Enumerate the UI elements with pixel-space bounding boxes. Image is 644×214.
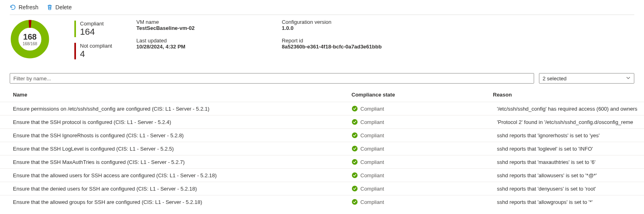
table-row[interactable]: Ensure that the SSH IgnoreRhosts is conf… bbox=[0, 129, 644, 142]
cell-state: Compliant bbox=[347, 115, 493, 129]
check-circle-icon bbox=[351, 172, 358, 178]
cell-name: Ensure that the denied users for SSH are… bbox=[0, 182, 347, 195]
table-row[interactable]: Ensure that the SSH MaxAuthTries is conf… bbox=[0, 155, 644, 169]
donut-total: 168 bbox=[23, 32, 37, 42]
cell-reason: sshd reports that 'ignorerhosts' is set … bbox=[493, 129, 644, 142]
col-header-state[interactable]: Compliance state bbox=[347, 88, 493, 102]
table-row[interactable]: Ensure that the denied users for SSH are… bbox=[0, 182, 644, 195]
chevron-down-icon bbox=[626, 76, 631, 82]
table-row[interactable]: Ensure that the allowed users for SSH ac… bbox=[0, 169, 644, 182]
cell-name: Ensure that the allowed groups for SSH a… bbox=[0, 195, 347, 209]
stat-compliant: Compliant 164 bbox=[74, 21, 112, 37]
vm-name-value: TestSecBaseline-vm-02 bbox=[136, 25, 257, 31]
cell-reason: sshd reports that 'allowgroups' is set t… bbox=[493, 195, 644, 209]
compliance-table: Name Compliance state Reason Ensure perm… bbox=[0, 88, 644, 208]
table-row[interactable]: Ensure permissions on /etc/ssh/sshd_conf… bbox=[0, 102, 644, 115]
check-circle-icon bbox=[351, 185, 358, 192]
filter-state-text: 2 selected bbox=[543, 76, 566, 82]
cell-name: Ensure that the SSH LogLevel is configur… bbox=[0, 142, 347, 155]
cell-name: Ensure that the allowed users for SSH ac… bbox=[0, 169, 347, 182]
config-version-label: Configuration version bbox=[282, 19, 415, 25]
cell-state-text: Compliant bbox=[360, 119, 384, 125]
check-circle-icon bbox=[351, 145, 358, 152]
cell-state: Compliant bbox=[347, 142, 493, 155]
cell-state: Compliant bbox=[347, 182, 493, 195]
check-circle-icon bbox=[351, 132, 358, 138]
col-header-name[interactable]: Name bbox=[0, 88, 347, 102]
kv-block-1: VM name TestSecBaseline-vm-02 Last updat… bbox=[136, 19, 257, 50]
cell-state-text: Compliant bbox=[360, 146, 384, 152]
stat-noncompliant-value: 4 bbox=[80, 49, 112, 59]
filter-name-input[interactable] bbox=[10, 73, 534, 84]
refresh-label: Refresh bbox=[19, 4, 38, 10]
kv-block-2: Configuration version 1.0.0 Report id 8a… bbox=[282, 19, 415, 50]
delete-label: Delete bbox=[55, 4, 72, 10]
cell-state: Compliant bbox=[347, 129, 493, 142]
filter-state-select[interactable]: 2 selected bbox=[539, 73, 634, 84]
cell-name: Ensure that the SSH MaxAuthTries is conf… bbox=[0, 155, 347, 169]
col-header-reason[interactable]: Reason bbox=[493, 88, 644, 102]
check-circle-icon bbox=[351, 199, 358, 205]
cell-reason: sshd reports that 'loglevel' is set to '… bbox=[493, 142, 644, 155]
last-updated-value: 10/28/2024, 4:32 PM bbox=[136, 44, 257, 50]
cell-state-text: Compliant bbox=[360, 172, 384, 178]
cell-name: Ensure that the SSH protocol is configur… bbox=[0, 115, 347, 129]
toolbar: Refresh Delete bbox=[0, 0, 644, 15]
cell-state-text: Compliant bbox=[360, 186, 384, 192]
cell-state-text: Compliant bbox=[360, 159, 384, 165]
last-updated-label: Last updated bbox=[136, 38, 257, 44]
cell-state: Compliant bbox=[347, 169, 493, 182]
stat-compliant-label: Compliant bbox=[80, 21, 112, 27]
cell-name: Ensure that the SSH IgnoreRhosts is conf… bbox=[0, 129, 347, 142]
stat-noncompliant-label: Not compliant bbox=[80, 43, 112, 49]
table-row[interactable]: Ensure that the SSH protocol is configur… bbox=[0, 115, 644, 129]
check-circle-icon bbox=[351, 119, 358, 125]
cell-state: Compliant bbox=[347, 102, 493, 115]
donut-chart: 168 168/168 bbox=[10, 19, 50, 59]
cell-reason: sshd reports that 'allowusers' is set to… bbox=[493, 169, 644, 182]
report-id-label: Report id bbox=[282, 38, 415, 44]
stat-compliant-value: 164 bbox=[80, 27, 112, 37]
cell-reason: '/etc/ssh/sshd_config' has required acce… bbox=[493, 102, 644, 115]
filters-row: 2 selected bbox=[0, 73, 644, 88]
trash-icon bbox=[46, 4, 53, 10]
check-circle-icon bbox=[351, 159, 358, 165]
delete-button[interactable]: Delete bbox=[46, 4, 72, 10]
stat-noncompliant: Not compliant 4 bbox=[74, 43, 112, 59]
table-row[interactable]: Ensure that the SSH LogLevel is configur… bbox=[0, 142, 644, 155]
table-header-row: Name Compliance state Reason bbox=[0, 88, 644, 102]
cell-state: Compliant bbox=[347, 195, 493, 209]
cell-reason: 'Protocol 2' found in '/etc/ssh/sshd_con… bbox=[493, 115, 644, 129]
donut-fraction: 168/168 bbox=[23, 42, 37, 46]
vm-name-label: VM name bbox=[136, 19, 257, 25]
table-row[interactable]: Ensure that the allowed groups for SSH a… bbox=[0, 195, 644, 209]
config-version-value: 1.0.0 bbox=[282, 25, 415, 31]
check-circle-icon bbox=[351, 105, 358, 112]
cell-reason: sshd reports that 'denyusers' is set to … bbox=[493, 182, 644, 195]
refresh-icon bbox=[10, 4, 16, 10]
cell-state-text: Compliant bbox=[360, 132, 384, 138]
refresh-button[interactable]: Refresh bbox=[10, 4, 38, 10]
summary-row: 168 168/168 Compliant 164 Not compliant … bbox=[0, 15, 644, 73]
cell-name: Ensure permissions on /etc/ssh/sshd_conf… bbox=[0, 102, 347, 115]
stat-block: Compliant 164 Not compliant 4 bbox=[74, 19, 112, 65]
cell-reason: sshd reports that 'maxauthtries' is set … bbox=[493, 155, 644, 169]
cell-state-text: Compliant bbox=[360, 106, 384, 112]
cell-state-text: Compliant bbox=[360, 199, 384, 205]
report-id-value: 8a52360b-e361-4f18-bcfc-0a7ad3e61bbb bbox=[282, 44, 415, 50]
cell-state: Compliant bbox=[347, 155, 493, 169]
